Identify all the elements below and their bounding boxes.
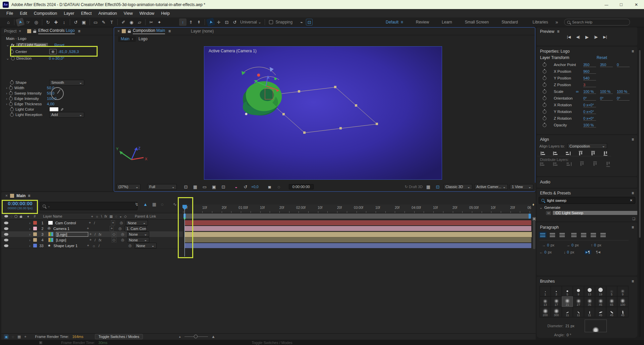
- direction-value[interactable]: 0 x-30,0°: [49, 56, 64, 60]
- brush-soft-5[interactable]: 5: [606, 286, 617, 296]
- last-frame-button[interactable]: ▶|: [603, 35, 607, 39]
- menu-window[interactable]: Window: [137, 11, 157, 16]
- ground-plane-icon[interactable]: ▦: [425, 183, 432, 190]
- transform-reset-link[interactable]: Reset: [597, 55, 607, 60]
- libraries-button[interactable]: Libraries: [533, 20, 548, 24]
- light-color-swatch[interactable]: [49, 107, 59, 112]
- play-button[interactable]: ▶: [585, 35, 589, 40]
- anchor-y-value[interactable]: 350: [600, 63, 613, 67]
- rtl-direction-button[interactable]: ¶◀: [595, 250, 602, 254]
- space-after-field[interactable]: ↓0px: [564, 250, 574, 254]
- quality-switch[interactable]: /: [95, 238, 96, 242]
- rotate-gizmo[interactable]: ↺: [231, 18, 238, 26]
- center-value[interactable]: -81,0 ,528,3: [58, 50, 79, 54]
- layer-name[interactable]: Camera 1: [53, 227, 86, 231]
- brush-soft-35[interactable]: 35: [584, 296, 595, 307]
- eye-icon[interactable]: [4, 244, 8, 247]
- effect-reset-link[interactable]: Reset: [54, 43, 64, 47]
- direction-dial[interactable]: [51, 87, 64, 100]
- layer-row-5[interactable]: › 33 ★ Shape Layer 1 ⌖☼/ ◎ None⌄: [1, 243, 183, 249]
- current-time-display[interactable]: 0:00:00:00 00000 (30.00 fps): [3, 200, 37, 212]
- layer-row-1[interactable]: › 1 Cam Control ⌖/ ⌖ ◎ None⌄: [1, 220, 183, 226]
- shape-dropdown[interactable]: Smooth⌄: [49, 80, 84, 85]
- motion-blur-icon[interactable]: ◌: [161, 202, 164, 207]
- selection-gizmo[interactable]: ➤: [206, 18, 215, 27]
- draft-3d-icon[interactable]: ▲: [143, 202, 148, 207]
- align-to-dropdown[interactable]: Composition⌄: [568, 143, 607, 149]
- align-text-center-button[interactable]: [548, 232, 556, 238]
- orbit-camera-tool[interactable]: ↻: [44, 18, 52, 26]
- rotation-tool[interactable]: ↺: [72, 18, 79, 26]
- y-position-value[interactable]: 540: [583, 76, 596, 80]
- scale-z-value[interactable]: 100 %: [617, 90, 630, 94]
- quality-column-icon[interactable]: \: [101, 214, 102, 218]
- composition-viewport[interactable]: Active Camera (Camera 1): [204, 46, 442, 180]
- z-rotation-value[interactable]: 0 x+0°: [583, 116, 596, 121]
- layer-name[interactable]: [Logo]: [56, 232, 88, 237]
- threed-column-icon[interactable]: ◇: [124, 214, 127, 218]
- parent-dropdown[interactable]: None⌄: [135, 243, 157, 248]
- threed-switch[interactable]: ◇: [112, 237, 116, 242]
- brush-diameter-value[interactable]: 21 px: [566, 324, 575, 328]
- preview-time[interactable]: 0:00:00:00: [289, 184, 314, 189]
- layer-row-2[interactable]: › 2 ✇ Camera 1 ⌖ ⌖ ◎ 1. Cam Contro⌄: [1, 226, 183, 232]
- view-axis-mode[interactable]: ↟: [195, 18, 203, 26]
- collapse-switch[interactable]: ☼: [92, 244, 96, 248]
- adjustment-column-icon[interactable]: ◒: [119, 214, 121, 218]
- effect-header-row[interactable]: ⌄fx CC Light Sweep Reset: [1, 42, 113, 48]
- quality-switch[interactable]: /: [94, 221, 95, 225]
- expand-icon[interactable]: ›: [29, 221, 31, 225]
- stopwatch-icon[interactable]: [543, 83, 546, 87]
- eyedropper-icon[interactable]: ✐: [60, 107, 64, 112]
- effects-search-value[interactable]: light sweep: [547, 198, 627, 203]
- layer-name-column-header[interactable]: Layer Name: [43, 214, 62, 218]
- expand-icon[interactable]: ›: [29, 227, 31, 231]
- view-axis-gizmo[interactable]: Y Z X: [115, 146, 152, 165]
- label-chip[interactable]: [33, 238, 37, 242]
- justify-last-center-button[interactable]: [580, 232, 588, 238]
- universal-gizmo-label[interactable]: Universal ⌄: [240, 20, 261, 24]
- home-tool[interactable]: ⌂: [5, 18, 12, 26]
- orientation-z-value[interactable]: 0°: [617, 96, 630, 101]
- next-frame-button[interactable]: |▶: [594, 35, 598, 39]
- shy-switch[interactable]: ⌖: [87, 226, 89, 231]
- brush-5[interactable]: 5: [562, 286, 573, 296]
- previous-frame-button[interactable]: ◀|: [576, 35, 580, 39]
- quality-switch[interactable]: /: [95, 232, 96, 236]
- align-top-button[interactable]: [579, 151, 582, 156]
- fx-switch[interactable]: fx: [99, 232, 102, 236]
- snapshot-icon[interactable]: ◙: [266, 183, 273, 190]
- panel-menu-icon[interactable]: ≡: [78, 29, 80, 34]
- stopwatch-icon[interactable]: [9, 86, 13, 90]
- world-axis-mode[interactable]: ⇑: [187, 18, 195, 26]
- shape-tool[interactable]: ▭: [92, 18, 99, 26]
- stopwatch-icon[interactable]: [11, 57, 15, 60]
- collapse-column-icon[interactable]: ☼: [96, 214, 99, 218]
- opacity-value[interactable]: 100 %: [583, 123, 596, 127]
- dolly-camera-tool[interactable]: ↕: [60, 18, 68, 26]
- stopwatch-icon[interactable]: [9, 92, 13, 95]
- justify-last-right-button[interactable]: [589, 232, 597, 238]
- layer-name[interactable]: Shape Layer 1: [54, 244, 86, 248]
- motion-blur-column-icon[interactable]: ◌: [115, 214, 117, 218]
- stopwatch-icon[interactable]: [10, 113, 14, 117]
- panel-menu-icon[interactable]: ≡: [168, 29, 171, 34]
- video-column-icon[interactable]: [4, 215, 8, 218]
- maximize-button[interactable]: □: [614, 0, 629, 9]
- stopwatch-icon[interactable]: [543, 103, 546, 107]
- timeline-zoom-slider[interactable]: [184, 336, 208, 337]
- stopwatch-icon[interactable]: [543, 76, 546, 80]
- expand-icon[interactable]: ›: [29, 238, 31, 242]
- brush-angle-value[interactable]: 0 °: [567, 333, 571, 337]
- space-before-field[interactable]: ↑0px: [591, 243, 601, 247]
- brush-soft-13[interactable]: 13: [540, 296, 551, 307]
- timeline-ruler[interactable]: 0f 10f 20f 01:00f 10f 20f 02:00f 10f 20f…: [183, 205, 531, 213]
- brush-angled-45c[interactable]: 45: [617, 307, 628, 317]
- align-text-right-button[interactable]: [558, 232, 566, 238]
- mask-visibility-icon[interactable]: ▦: [192, 183, 199, 190]
- workspace-review[interactable]: Review: [416, 20, 429, 24]
- label-chip[interactable]: [33, 227, 37, 230]
- brush-3[interactable]: 3: [551, 286, 562, 296]
- panel-corner-icon[interactable]: ❏: [632, 217, 635, 221]
- shy-switch[interactable]: ⌖: [87, 243, 89, 248]
